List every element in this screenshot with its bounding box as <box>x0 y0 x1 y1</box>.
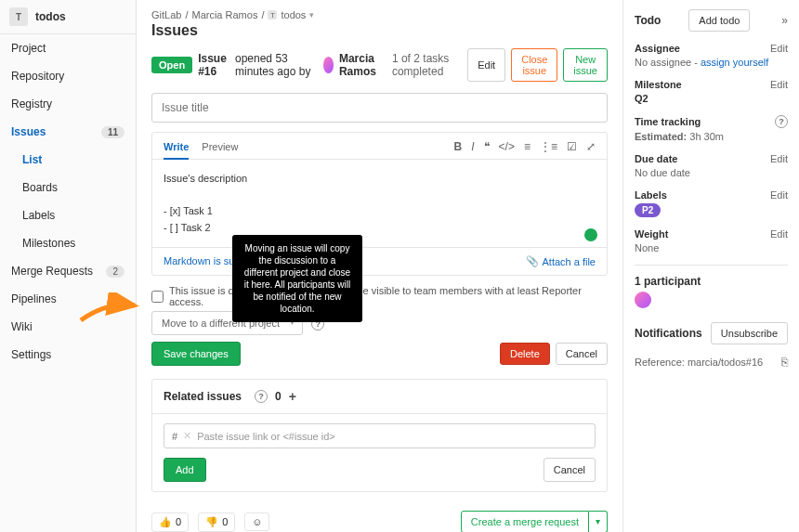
paperclip-icon: 📎 <box>526 255 539 267</box>
help-icon[interactable]: ? <box>255 390 268 403</box>
author-avatar[interactable] <box>323 57 334 73</box>
labels-label: Labels <box>635 189 667 201</box>
due-date-value: No due date <box>635 167 788 178</box>
edit-due-date[interactable]: Edit <box>770 153 788 164</box>
move-project-row: Move to a different project ? <box>151 317 608 331</box>
new-issue-button[interactable]: New issue <box>563 48 608 82</box>
assign-yourself-link[interactable]: assign yourself <box>701 57 768 68</box>
nav-settings[interactable]: Settings <box>0 341 136 369</box>
project-name: todos <box>35 10 66 23</box>
reactions-bar: 👍 0 👎 0 ☺ Create a merge request ▾ <box>151 501 608 532</box>
annotation-arrow <box>79 292 144 330</box>
tab-preview[interactable]: Preview <box>202 141 238 158</box>
chevron-down-icon[interactable]: ▾ <box>309 10 314 19</box>
collapse-sidebar-icon[interactable]: » <box>781 14 788 27</box>
edit-labels[interactable]: Edit <box>770 189 788 201</box>
quote-icon[interactable]: ❝ <box>484 140 490 153</box>
breadcrumb: GitLab / Marcia Ramos / T todos ▾ <box>151 0 608 22</box>
project-avatar: T <box>9 7 28 26</box>
issue-id: Issue #16 <box>198 52 229 78</box>
crumb-gitlab[interactable]: GitLab <box>151 9 181 20</box>
time-tracking-label: Time tracking <box>635 116 701 127</box>
attach-file-link[interactable]: 📎Attach a file <box>526 255 596 267</box>
estimate-value: 3h 30m <box>689 131 724 142</box>
thumbs-down-button[interactable]: 👎 0 <box>198 513 235 532</box>
list-ol-icon[interactable]: ⋮≡ <box>540 140 557 153</box>
weight-label: Weight <box>635 228 668 240</box>
nav-issues[interactable]: Issues11 <box>0 118 136 146</box>
related-issues-title: Related issues <box>164 390 242 403</box>
editor-card: Write Preview B I ❝ </> ≡ ⋮≡ ☑ ⤢ Issue's… <box>151 132 608 276</box>
todo-label: Todo <box>635 14 661 27</box>
delete-button[interactable]: Delete <box>500 343 550 365</box>
sidebar-right: Todo Add todo » AssigneeEdit No assignee… <box>622 0 799 532</box>
label-chip[interactable]: P2 <box>635 203 661 217</box>
edit-assignee[interactable]: Edit <box>770 43 788 54</box>
due-date-label: Due date <box>635 153 677 164</box>
related-issues-card: Related issues ? 0 + #✕ Paste issue link… <box>151 379 608 492</box>
cancel-button[interactable]: Cancel <box>556 343 608 365</box>
project-header[interactable]: T todos <box>0 0 136 34</box>
thumbs-up-button[interactable]: 👍 0 <box>151 513 189 532</box>
fullscreen-icon[interactable]: ⤢ <box>586 140 596 153</box>
code-icon[interactable]: </> <box>499 140 515 153</box>
crumb-project[interactable]: todos <box>281 9 306 20</box>
confidential-checkbox[interactable] <box>151 291 164 303</box>
add-button[interactable]: Add <box>164 458 206 482</box>
issue-meta: Open Issue #16 opened 53 minutes ago by … <box>151 48 608 82</box>
bold-icon[interactable]: B <box>454 140 463 153</box>
reference-value: marcia/todos#16 <box>688 357 763 368</box>
editor-toolbar: B I ❝ </> ≡ ⋮≡ ☑ ⤢ <box>454 140 596 159</box>
mr-count-badge: 2 <box>106 266 124 278</box>
tasks-progress: 1 of 2 tasks completed <box>392 52 462 78</box>
milestone-label: Milestone <box>635 79 682 90</box>
emoji-picker-button[interactable]: ☺ <box>244 513 269 531</box>
related-count: 0 <box>275 390 282 403</box>
create-mr-button[interactable]: Create a merge request <box>461 511 589 532</box>
issue-title-input[interactable] <box>151 93 608 123</box>
grammarly-icon[interactable] <box>584 228 597 241</box>
move-tooltip: Moving an issue will copy the discussion… <box>232 235 362 322</box>
participants-label: 1 participant <box>635 275 788 288</box>
nav-issues-boards[interactable]: Boards <box>0 174 136 201</box>
assignee-label: Assignee <box>635 43 680 54</box>
close-issue-button[interactable]: Close issue <box>511 48 557 82</box>
create-mr-dropdown[interactable]: ▾ <box>589 511 608 532</box>
add-related-button[interactable]: + <box>289 389 296 404</box>
crumb-user[interactable]: Marcia Ramos <box>191 9 257 20</box>
help-icon[interactable]: ? <box>775 115 788 128</box>
unsubscribe-button[interactable]: Unsubscribe <box>711 322 788 344</box>
copy-reference-icon[interactable]: ⎘ <box>781 356 788 369</box>
list-ul-icon[interactable]: ≡ <box>524 140 530 153</box>
nav-project[interactable]: Project <box>0 34 136 62</box>
main-content: GitLab / Marcia Ramos / T todos ▾ Issues… <box>137 0 622 532</box>
notifications-label: Notifications <box>635 327 702 340</box>
task-list-icon[interactable]: ☑ <box>567 140 577 153</box>
edit-milestone[interactable]: Edit <box>770 79 788 90</box>
add-todo-button[interactable]: Add todo <box>688 9 750 32</box>
nav-merge-requests[interactable]: Merge Requests2 <box>0 257 136 285</box>
issues-count-badge: 11 <box>101 126 124 138</box>
crumb-project-icon: T <box>268 10 277 19</box>
nav-repository[interactable]: Repository <box>0 62 136 90</box>
page-title: Issues <box>151 22 608 39</box>
description-textarea[interactable]: Issue's description - [x] Task 1 - [ ] T… <box>152 160 607 247</box>
nav-registry[interactable]: Registry <box>0 90 136 118</box>
nav-issues-milestones[interactable]: Milestones <box>0 229 136 257</box>
sidebar-left: T todos Project Repository Registry Issu… <box>0 0 137 532</box>
tab-write[interactable]: Write <box>164 141 189 160</box>
nav-issues-list[interactable]: List <box>0 146 136 174</box>
save-button[interactable]: Save changes <box>151 342 241 366</box>
status-badge: Open <box>151 57 192 73</box>
milestone-value[interactable]: Q2 <box>635 93 788 104</box>
edit-button[interactable]: Edit <box>467 48 505 82</box>
nav-issues-labels[interactable]: Labels <box>0 201 136 229</box>
related-issue-input[interactable]: #✕ Paste issue link or <#issue id> <box>164 423 596 448</box>
author-name[interactable]: Marcia Ramos <box>339 52 386 78</box>
edit-weight[interactable]: Edit <box>770 228 788 240</box>
italic-icon[interactable]: I <box>471 140 474 153</box>
participant-avatar[interactable] <box>635 292 651 308</box>
confidential-row: This issue is confidential and should on… <box>151 285 608 307</box>
cancel-related-button[interactable]: Cancel <box>544 458 596 482</box>
weight-value: None <box>635 242 788 253</box>
